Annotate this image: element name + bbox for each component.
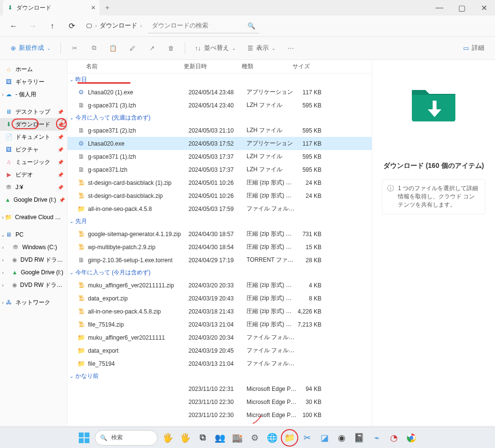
group-header[interactable]: ⌄今年に入って (今月は含めず) [68, 267, 372, 279]
file-row[interactable]: 🗜muku_affinger6_ver20211111.zip 2024/03/… [68, 279, 372, 292]
zip-icon: 🗜 [77, 295, 85, 302]
sidebar-item-windows-c[interactable]: ›⛃Windows (C:) [0, 241, 67, 254]
file-row[interactable]: 🗎gimp-2.10.36-setup-1.exe.torrent 2024/0… [68, 254, 372, 267]
minimize-button[interactable]: ― [428, 0, 451, 15]
file-row[interactable]: 🗎g-space371 (3).lzh 2024/05/14 23:40 LZH… [68, 99, 372, 112]
delete-button[interactable]: 🗑 [162, 41, 180, 56]
sidebar-item-pictures[interactable]: 🖼ピクチャ📌 [0, 143, 67, 156]
sidebar-item-desktop[interactable]: 🖥デスクトップ📌 [0, 105, 67, 118]
file-row[interactable]: 🗜st-design-card-basicblack.zip 2024/05/0… [68, 189, 372, 202]
details-pane-button[interactable]: ▭ 詳細 [458, 41, 489, 56]
file-row[interactable]: 🗎g-space371.lzh 2024/05/03 17:37 LZH ファイ… [68, 163, 372, 176]
sidebar-item-ccf[interactable]: ›📁Creative Cloud Files [0, 211, 67, 224]
file-list[interactable]: 名前 更新日時 種類 サイズ ⌄昨日 ⚙Lhasa020 (1).exe 202… [68, 60, 372, 426]
tab-downloads[interactable]: ⬇ ダウンロード ✕ [3, 0, 100, 15]
new-tab-button[interactable]: ＋ [100, 3, 115, 12]
maximize-button[interactable]: ▢ [451, 0, 473, 15]
new-button[interactable]: ⊕ 新規作成 ⌄ [6, 41, 56, 56]
sidebar-item-pc[interactable]: ⌄🖥PC [0, 228, 67, 241]
chevron-right-icon: › [95, 23, 97, 29]
group-header[interactable]: ⌄先月 [68, 215, 372, 227]
close-button[interactable]: ✕ [473, 0, 495, 15]
taskbar-taskview[interactable]: ⧉ [195, 431, 210, 445]
close-icon[interactable]: ✕ [91, 4, 96, 11]
taskbar-store[interactable]: 🏬 [230, 431, 245, 445]
sidebar-item-home[interactable]: ⌂ホーム [0, 63, 67, 75]
sidebar-item-gallery[interactable]: 🖼ギャラリー [0, 75, 67, 88]
forward-button[interactable]: → [24, 17, 42, 35]
rename-button[interactable]: 🖉 [124, 41, 141, 56]
back-button[interactable]: ← [5, 17, 22, 35]
folder-icon: 📁 [5, 213, 12, 221]
copy-button[interactable]: ⧉ [85, 41, 102, 56]
file-row[interactable]: ⚙Lhasa020 (1).exe 2024/05/14 23:48 アプリケー… [68, 86, 372, 99]
file-row[interactable]: 📁muku_affinger6_ver20211111 2024/03/20 2… [68, 331, 372, 344]
taskbar-hands2-icon[interactable]: 🖐 [178, 431, 192, 445]
file-row[interactable]: 📁all-in-one-seo-pack.4.5.8 2024/05/03 17… [68, 202, 372, 215]
cut-button[interactable]: ✂ [66, 41, 83, 56]
view-button[interactable]: ☰ 表示 ⌄ [243, 41, 280, 56]
file-row[interactable]: 📁file_75194 2024/03/13 21:04 ファイル フォルダー [68, 357, 372, 370]
breadcrumb[interactable]: 🖵 › ダウンロード › [82, 22, 146, 30]
taskbar-chrome[interactable] [404, 431, 419, 445]
sidebar-item-downloads[interactable]: ⬇ダウンロード📌 2 [0, 118, 67, 131]
sort-button[interactable]: ↑↓ 並べ替え ⌄ [190, 41, 241, 56]
search-input[interactable] [148, 19, 259, 33]
file-row[interactable]: 2023/11/10 22:30 Microsoft Edge P… 30 KB [68, 395, 372, 408]
taskbar-hands-icon[interactable]: 🖐 [160, 431, 175, 445]
group-header[interactable]: ⌄かなり前 [68, 370, 372, 382]
file-row[interactable]: 🗜all-in-one-seo-pack.4.5.8.zip 2024/03/1… [68, 305, 372, 318]
up-button[interactable]: ↑ [44, 17, 61, 35]
file-row[interactable]: 🗜data_export.zip 2024/03/19 20:43 圧縮 (zi… [68, 292, 372, 305]
more-button[interactable]: ⋯ [282, 41, 300, 56]
taskbar-explorer[interactable]: 📁 [282, 431, 297, 445]
blank-icon [77, 398, 85, 406]
column-headers[interactable]: 名前 更新日時 種類 サイズ [68, 60, 372, 74]
taskbar-edge[interactable]: 🌐 [265, 431, 279, 445]
file-row[interactable]: 2023/11/10 22:31 Microsoft Edge P… 94 KB [68, 382, 372, 395]
sidebar-item-gdrive-2[interactable]: ›▲Google Drive (I:) [0, 266, 67, 279]
file-type: 圧縮 (zip 形式) フォ… [247, 307, 297, 315]
file-row[interactable]: 🗜wp-multibyte-patch.2.9.zip 2024/04/30 1… [68, 240, 372, 254]
group-header[interactable]: ⌄今月に入って (先週は含めず) [68, 112, 372, 124]
sidebar-item-dvd-g[interactable]: ›◉DVD RW ドライブ (G:) [0, 279, 67, 291]
file-row[interactable]: 📁data_export 2024/03/19 20:45 ファイル フォルダー [68, 344, 372, 357]
col-size[interactable]: サイズ [292, 62, 321, 71]
taskbar-obs[interactable]: ◉ [335, 431, 349, 445]
refresh-button[interactable]: ⟳ [63, 17, 80, 35]
annotation-one: ノ [251, 412, 262, 427]
start-button[interactable] [76, 430, 92, 446]
file-row[interactable]: 2023/11/10 22:30 Microsoft Edge P… 100 K… [68, 408, 372, 421]
taskbar-app1[interactable]: ◪ [317, 431, 332, 445]
chevron-right-icon: › [0, 245, 5, 250]
sidebar-item-network[interactable]: ›🖧ネットワーク [0, 296, 67, 309]
taskbar-trend[interactable]: ◔ [387, 431, 401, 445]
sidebar-item-videos[interactable]: ▶ビデオ📌 [0, 168, 67, 181]
file-row[interactable]: 🗜file_75194.zip 2024/03/13 21:04 圧縮 (zip… [68, 318, 372, 331]
file-name: all-in-one-seo-pack.4.5.8 [88, 206, 152, 212]
group-header[interactable]: ⌄昨日 [68, 74, 372, 86]
file-row[interactable]: 🗜st-design-card-basicblack (1).zip 2024/… [68, 176, 372, 189]
sidebar-item-personal[interactable]: ›☁ - 個人用 [0, 88, 67, 101]
col-name[interactable]: 名前 [73, 62, 184, 71]
col-date[interactable]: 更新日時 [184, 62, 242, 71]
file-row[interactable]: 🗜google-sitemap-generator.4.1.19.zip 202… [68, 227, 372, 240]
file-row[interactable]: ⚙Lhasa020.exe 2024/05/03 17:52 アプリケーション … [68, 137, 372, 150]
taskbar-teams[interactable]: 👥 [213, 431, 227, 445]
sidebar-item-jdrive[interactable]: ⛃J:¥📌 [0, 181, 67, 194]
taskbar-vscode[interactable]: ⌁ [369, 431, 384, 445]
taskbar-snipping[interactable]: ✂ [300, 431, 314, 445]
taskbar-search[interactable]: 🔍検索 [95, 430, 158, 446]
sidebar-item-dvd-c[interactable]: ›◉DVD RW ドライブ (C [0, 254, 67, 266]
share-button[interactable]: ↗ [143, 41, 160, 56]
window-controls: ― ▢ ✕ [428, 0, 495, 15]
sidebar-item-documents[interactable]: 📄ドキュメント📌 [0, 131, 67, 143]
sidebar-item-gdrive[interactable]: ▲Google Drive (I:)📌 [0, 194, 67, 206]
file-row[interactable]: 🗎g-space371 (2).lzh 2024/05/03 21:10 LZH… [68, 124, 372, 137]
col-type[interactable]: 種類 [242, 62, 292, 71]
file-row[interactable]: 🗎g-space371 (1).lzh 2024/05/03 17:37 LZH… [68, 150, 372, 163]
taskbar-notes[interactable]: 📓 [352, 431, 366, 445]
taskbar-settings[interactable]: ⚙ [248, 431, 262, 445]
paste-button[interactable]: 📋 [104, 41, 122, 56]
sidebar-item-music[interactable]: ♫ミュージック📌 [0, 156, 67, 168]
